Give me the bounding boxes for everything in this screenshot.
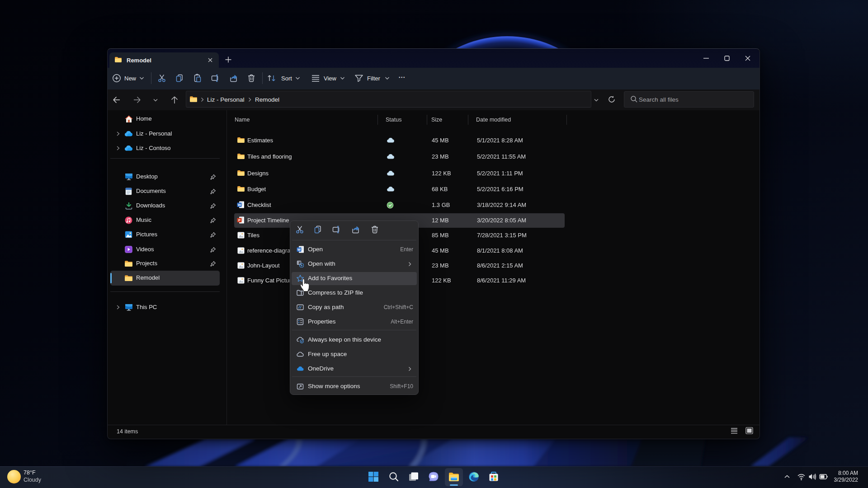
svg-text:P: P [238, 218, 241, 222]
svg-text:W: W [238, 203, 241, 207]
